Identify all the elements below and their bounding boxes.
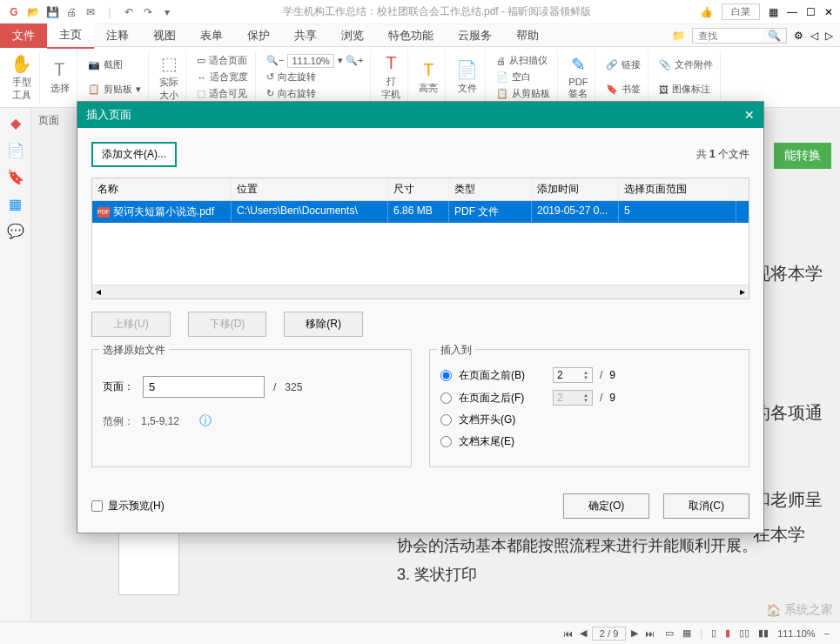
last-page-icon[interactable]: ⏭ (643, 628, 656, 639)
side-doc-icon[interactable]: 📄 (7, 142, 24, 158)
user-box[interactable]: 白菜 (722, 3, 760, 20)
side-thumbs-icon[interactable]: ▦ (9, 196, 22, 212)
zoom-out-icon[interactable]: − (824, 628, 830, 639)
select-tool[interactable]: Ꭲ选择 (44, 50, 77, 104)
side-app-icon[interactable]: ◆ (10, 115, 21, 131)
blank-page[interactable]: 📄 空白 (496, 70, 550, 84)
table-row[interactable]: PDF契诃夫短篇小说选.pdf C:\Users\Ben\Documents\ … (92, 201, 749, 223)
horizontal-scrollbar[interactable]: ◂▸ (92, 285, 749, 299)
tab-help[interactable]: 帮助 (504, 23, 551, 48)
spinner-before[interactable]: 2▲▼ (553, 367, 593, 383)
fit-visible[interactable]: ⬚ 适合可见 (197, 86, 248, 101)
col-added[interactable]: 添加时间 (532, 178, 619, 200)
tab-view[interactable]: 视图 (141, 23, 188, 48)
tab-file[interactable]: 文件 (0, 23, 47, 48)
folder-icon[interactable]: 📁 (672, 30, 685, 42)
layout-3-icon[interactable]: ▯▯ (739, 627, 749, 639)
first-page-icon[interactable]: ⏮ (561, 628, 575, 639)
dialog-close-icon[interactable]: ✕ (744, 108, 755, 122)
side-comment-icon[interactable]: 💬 (7, 223, 24, 239)
gear-icon[interactable]: ⚙ (794, 30, 803, 42)
from-clipboard[interactable]: 📋 从剪贴板 (496, 86, 550, 101)
redo-icon[interactable]: ↷ (141, 5, 155, 19)
zoom-label[interactable]: 111.10% (777, 628, 815, 639)
close-icon[interactable]: ✕ (824, 6, 833, 18)
pdf-sign[interactable]: ✎PDF 签名 (561, 50, 595, 104)
save-icon[interactable]: 💾 (45, 5, 59, 19)
view-mode-1-icon[interactable]: ▭ (665, 627, 674, 639)
fit-page[interactable]: ▭ 适合页面 (197, 53, 248, 68)
move-down-button[interactable]: 下移(D) (188, 312, 267, 337)
next-icon[interactable]: ▷ (825, 30, 833, 42)
col-size[interactable]: 尺寸 (388, 178, 449, 200)
tab-home[interactable]: 主页 (47, 23, 94, 49)
rotate-left[interactable]: ↺ 向左旋转 (266, 70, 363, 84)
layout-1-icon[interactable]: ▯ (711, 627, 716, 639)
highlight-tool[interactable]: T高亮 (412, 50, 446, 104)
preview-checkbox[interactable]: 显示预览(H) (91, 499, 165, 513)
tab-protect[interactable]: 保护 (235, 23, 282, 48)
app-icon: G (7, 5, 21, 19)
col-type[interactable]: 类型 (449, 178, 532, 200)
radio-after[interactable] (440, 392, 452, 404)
col-location[interactable]: 位置 (232, 178, 388, 200)
view-mode-2-icon[interactable]: ▦ (682, 627, 691, 639)
undo-icon[interactable]: ↶ (122, 5, 136, 19)
print-icon[interactable]: 🖨 (64, 5, 78, 19)
prev-icon[interactable]: ◁ (810, 30, 818, 42)
clipboard-tool[interactable]: 📋 剪贴板 ▾ (88, 82, 141, 97)
maximize-icon[interactable]: ☐ (806, 6, 816, 18)
mail-icon[interactable]: ✉ (84, 5, 97, 19)
file-group[interactable]: 📄文件 (449, 50, 486, 104)
add-file-button[interactable]: 添加文件(A)... (91, 142, 177, 167)
hand-tool[interactable]: ✋手型 工具 (3, 50, 40, 104)
watermark: 🏠系统之家 (766, 602, 833, 618)
link-tool[interactable]: 🔗 链接 (606, 57, 641, 72)
tab-browse[interactable]: 浏览 (329, 23, 376, 48)
move-up-button[interactable]: 上移(U) (91, 312, 171, 337)
next-page-icon[interactable]: ▶ (629, 627, 640, 639)
ok-button[interactable]: 确定(O) (563, 493, 649, 519)
layout-4-icon[interactable]: ▮▮ (758, 627, 769, 639)
grid-icon[interactable]: ▦ (769, 6, 778, 18)
open-icon[interactable]: 📂 (26, 5, 40, 19)
fit-width[interactable]: ↔ 适合宽度 (197, 70, 248, 84)
cancel-button[interactable]: 取消(C) (663, 493, 749, 519)
minimize-icon[interactable]: — (787, 6, 797, 18)
tab-form[interactable]: 表单 (188, 23, 235, 48)
insert-pages-dialog: 插入页面 ✕ 添加文件(A)... 共 1 个文件 名称 位置 尺寸 类型 添加… (77, 101, 764, 533)
thumbs-up-icon[interactable]: 👍 (700, 6, 713, 18)
remove-button[interactable]: 移除(R) (284, 312, 363, 337)
radio-before[interactable] (440, 370, 452, 381)
col-range[interactable]: 选择页面范围 (619, 178, 736, 200)
prev-page-icon[interactable]: ◀ (578, 627, 588, 639)
radio-doc-start[interactable] (440, 414, 452, 426)
from-scanner[interactable]: 🖨 从扫描仪 (496, 53, 550, 68)
page-total: 325 (285, 381, 302, 393)
tab-cloud[interactable]: 云服务 (446, 23, 504, 48)
page-indicator[interactable]: 2 / 9 (592, 627, 626, 641)
page-input[interactable] (143, 376, 265, 398)
tab-features[interactable]: 特色功能 (376, 23, 446, 48)
search-icon[interactable]: 🔍 (763, 30, 786, 42)
convert-button[interactable]: 能转换 (774, 143, 831, 169)
radio-doc-end[interactable] (440, 436, 452, 447)
info-icon[interactable]: ⓘ (199, 413, 212, 429)
more-icon[interactable]: ▾ (160, 5, 174, 19)
screenshot-tool[interactable]: 📷 截图 (88, 57, 141, 72)
bookmark-tool[interactable]: 🔖 书签 (606, 82, 641, 97)
zoom-select[interactable]: 111.10% (287, 54, 333, 68)
actual-size[interactable]: ⬚实际 大小 (152, 50, 186, 104)
attach-tool[interactable]: 📎 文件附件 (659, 57, 713, 72)
typewriter-tool[interactable]: T打 字机 (374, 50, 408, 104)
search-input[interactable] (693, 29, 763, 43)
layout-2-icon[interactable]: ▮ (725, 627, 730, 639)
tab-annotate[interactable]: 注释 (94, 23, 141, 48)
search-box[interactable]: 🔍 (692, 28, 787, 44)
side-bookmark-icon[interactable]: 🔖 (7, 169, 24, 185)
col-name[interactable]: 名称 (92, 178, 232, 200)
image-annot[interactable]: 🖼 图像标注 (659, 82, 713, 97)
file-table[interactable]: 名称 位置 尺寸 类型 添加时间 选择页面范围 PDF契诃夫短篇小说选.pdf … (91, 178, 749, 299)
rotate-right[interactable]: ↻ 向右旋转 (266, 86, 363, 101)
tab-share[interactable]: 共享 (282, 23, 329, 48)
